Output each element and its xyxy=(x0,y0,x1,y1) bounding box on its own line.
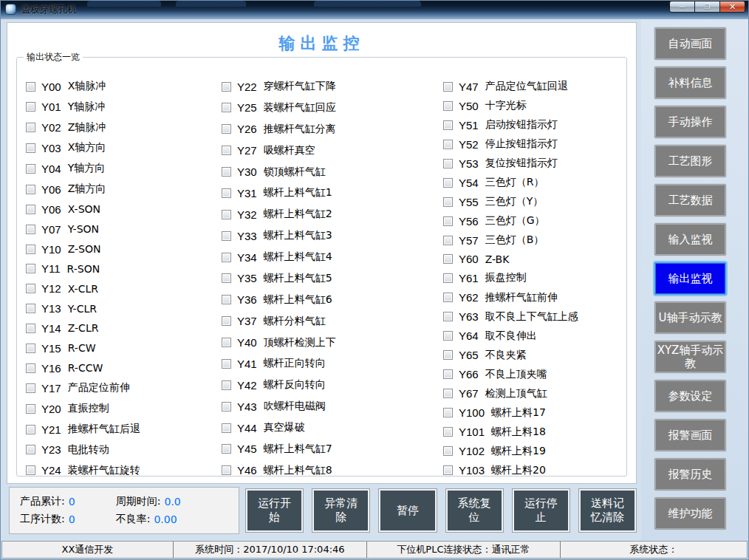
output-checkbox[interactable] xyxy=(443,408,453,417)
main-panel: 输出监控 输出状态一览 Y00 X轴脉冲 Y01 Y轴脉冲 Y0 xyxy=(7,22,637,484)
nav-button[interactable]: 补料信息 xyxy=(654,66,726,99)
command-button[interactable]: 送料记忆清除 xyxy=(579,489,636,532)
nav-button[interactable]: 手动操作 xyxy=(654,106,726,138)
output-checkbox[interactable] xyxy=(443,273,453,283)
output-checkbox[interactable] xyxy=(26,425,35,434)
output-checkbox[interactable] xyxy=(26,205,35,214)
nav-button[interactable]: XYZ轴手动示教 xyxy=(654,341,726,373)
nav-button[interactable]: 输入监视 xyxy=(654,223,726,256)
output-checkbox[interactable] xyxy=(443,293,453,302)
output-checkbox[interactable] xyxy=(222,253,231,262)
output-checkbox[interactable] xyxy=(26,404,35,414)
output-checkbox[interactable] xyxy=(26,383,35,393)
output-checkbox[interactable] xyxy=(443,120,453,130)
output-checkbox[interactable] xyxy=(26,363,35,373)
output-checkbox[interactable] xyxy=(222,82,231,92)
output-checkbox[interactable] xyxy=(26,245,35,254)
nav-button[interactable]: 维护功能 xyxy=(654,497,726,530)
nav-button[interactable]: 参数设定 xyxy=(654,380,726,412)
output-checkbox[interactable] xyxy=(222,210,231,219)
close-button[interactable]: ✕ xyxy=(719,1,745,13)
output-checkbox[interactable] xyxy=(222,465,231,475)
nav-button[interactable]: 输出监视 xyxy=(654,262,726,295)
output-checkbox[interactable] xyxy=(26,185,35,194)
maximize-button[interactable]: ❐ xyxy=(694,1,720,13)
output-checkbox[interactable] xyxy=(443,312,453,321)
output-row: Y52 停止按钮指示灯 xyxy=(443,137,624,151)
output-checkbox[interactable] xyxy=(222,167,231,177)
output-checkbox[interactable] xyxy=(443,82,453,92)
output-checkbox[interactable] xyxy=(222,444,231,454)
output-checkbox[interactable] xyxy=(222,103,231,112)
output-checkbox[interactable] xyxy=(443,254,453,264)
command-button[interactable]: 异常清除 xyxy=(312,489,369,532)
output-checkbox[interactable] xyxy=(443,331,453,341)
output-checkbox[interactable] xyxy=(222,273,231,283)
command-button[interactable]: 运行停止 xyxy=(513,489,570,532)
statusbar: XX通信开发 系统时间：2017/10/10 17:04:46 下位机PLC连接… xyxy=(1,541,748,559)
output-checkbox[interactable] xyxy=(26,465,35,475)
output-checkbox[interactable] xyxy=(443,159,453,168)
output-checkbox[interactable] xyxy=(26,284,35,293)
output-checkbox[interactable] xyxy=(26,225,35,234)
output-checkbox[interactable] xyxy=(26,324,35,333)
output-checkbox[interactable] xyxy=(222,359,231,369)
output-row: Y100 螺杆上料17 xyxy=(443,406,624,420)
status-plc-connection: 下位机PLC连接状态：通讯正常 xyxy=(367,542,561,558)
output-checkbox[interactable] xyxy=(222,423,231,433)
output-checkbox[interactable] xyxy=(443,465,453,475)
output-checkbox[interactable] xyxy=(443,197,453,207)
nav-button[interactable]: 工艺图形 xyxy=(654,145,726,177)
output-label: 螺杆上料气缸3 xyxy=(264,229,332,242)
output-checkbox[interactable] xyxy=(26,143,35,153)
output-checkbox[interactable] xyxy=(222,146,231,155)
window-title: 盖板穿螺孔机 xyxy=(21,4,77,16)
command-button[interactable]: 运行开始 xyxy=(246,489,303,532)
output-checkbox[interactable] xyxy=(222,338,231,347)
nav-button[interactable]: U轴手动示教 xyxy=(654,301,726,334)
output-checkbox[interactable] xyxy=(443,101,453,111)
output-checkbox[interactable] xyxy=(443,178,453,188)
output-checkbox[interactable] xyxy=(222,380,231,390)
output-checkbox[interactable] xyxy=(222,188,231,198)
output-checkbox[interactable] xyxy=(26,123,35,132)
output-checkbox[interactable] xyxy=(26,102,35,112)
output-checkbox[interactable] xyxy=(443,427,453,437)
output-checkbox[interactable] xyxy=(443,369,453,379)
output-checkbox[interactable] xyxy=(443,216,453,226)
background-tab xyxy=(87,1,161,7)
output-checkbox[interactable] xyxy=(222,124,231,134)
output-checkbox[interactable] xyxy=(443,140,453,149)
output-row: Y40 顶螺杆检测上下 xyxy=(222,336,436,349)
output-checkbox[interactable] xyxy=(26,344,35,353)
output-checkbox[interactable] xyxy=(443,446,453,456)
output-checkbox[interactable] xyxy=(222,316,231,326)
output-checkbox[interactable] xyxy=(222,231,231,241)
nav-sidebar: 自动画面 补料信息 手动操作 工艺图形 工艺数据 输入监视 输出监视 U轴手动示… xyxy=(641,19,749,542)
output-checkbox[interactable] xyxy=(443,389,453,398)
nav-button[interactable]: 自动画面 xyxy=(654,27,726,60)
nav-button[interactable]: 工艺数据 xyxy=(654,184,726,216)
output-label: 螺杆反向转向 xyxy=(264,378,326,392)
output-label: 螺杆上料17 xyxy=(491,406,546,420)
command-button[interactable]: 系统复位 xyxy=(446,489,503,532)
minimize-button[interactable]: — xyxy=(669,1,695,13)
output-checkbox[interactable] xyxy=(26,164,35,174)
output-row: Y46 螺杆上料气缸8 xyxy=(222,464,436,477)
output-row: Y67 检测上顶气缸 xyxy=(443,387,624,400)
output-checkbox[interactable] xyxy=(26,304,35,313)
output-checkbox[interactable] xyxy=(443,350,453,360)
output-code: Y36 xyxy=(237,293,257,306)
nav-button[interactable]: 报警画面 xyxy=(654,419,726,451)
output-row: Y13 Y-CLR xyxy=(26,302,214,315)
output-row: Y07 Y-SON xyxy=(26,223,214,236)
nav-button[interactable]: 报警历史 xyxy=(654,458,726,491)
output-checkbox[interactable] xyxy=(222,402,231,412)
output-checkbox[interactable] xyxy=(443,236,453,245)
output-checkbox[interactable] xyxy=(222,295,231,304)
output-checkbox[interactable] xyxy=(26,264,35,273)
command-button[interactable]: 暂停 xyxy=(379,489,436,532)
output-checkbox[interactable] xyxy=(26,445,35,454)
output-label: X-SON xyxy=(68,203,100,215)
output-checkbox[interactable] xyxy=(26,82,35,92)
